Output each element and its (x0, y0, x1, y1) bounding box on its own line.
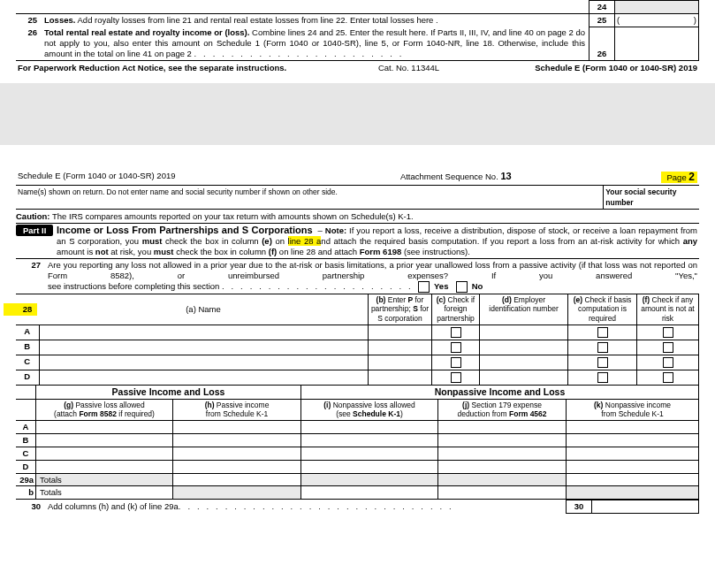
line-29b-num: b (16, 486, 36, 500)
page-2: Schedule E (Form 1040 or 1040-SR) 2019 A… (0, 145, 715, 523)
col-g-header: (g) Passive loss allowed(attach Form 858… (36, 399, 173, 420)
ssn-field-label: Your social security number (604, 185, 699, 209)
col-b-header: (b) Enter P for partnership; S for S cor… (369, 294, 432, 325)
checkbox-28B-f[interactable] (663, 342, 673, 353)
checkbox-27-no[interactable] (456, 281, 468, 293)
cell-28A-a[interactable] (39, 325, 369, 340)
row-28-D: D (16, 370, 699, 385)
col-k-header: (k) Nonpassive incomefrom Schedule K-1 (567, 399, 699, 420)
checkbox-28C-f[interactable] (663, 357, 673, 368)
caution-line: Caution: The IRS compares amounts report… (16, 210, 699, 223)
col-f-header: (f) Check if any amount is not at risk (637, 294, 699, 325)
row-29b: b Totals (16, 486, 699, 500)
box-25-num: 25 (589, 13, 615, 27)
line-30-text: Add columns (h) and (k) of line 29a. . .… (46, 500, 567, 514)
col-d-header: (d) Employer identification number (480, 294, 568, 325)
checkbox-28A-c[interactable] (451, 327, 461, 338)
line-27-text: Are you reporting any loss not allowed i… (46, 259, 699, 294)
row-28-C: C (16, 355, 699, 370)
line-28-num: 28 (16, 294, 39, 325)
cell-28A-b[interactable] (369, 325, 432, 340)
line-26-num: 26 (16, 27, 42, 60)
footer-catno: Cat. No. 11344L (323, 61, 494, 74)
page-gap (0, 83, 715, 145)
checkbox-28B-c[interactable] (451, 342, 461, 353)
table-28: 28 (a) Name (b) Enter P for partnership;… (16, 294, 699, 386)
line-25-num: 25 (16, 13, 42, 27)
page2-header: Schedule E (Form 1040 or 1040-SR) 2019 A… (16, 170, 699, 210)
line-27: 27 Are you reporting any loss not allowe… (16, 259, 699, 294)
line-26-text: Total rental real estate and royalty inc… (42, 27, 589, 60)
cell-28A-c (432, 325, 480, 340)
checkbox-28B-e[interactable] (597, 342, 608, 353)
row-ghijk-A: A (16, 421, 699, 434)
checkbox-28A-e[interactable] (597, 327, 608, 338)
box-24-num: 24 (589, 1, 615, 14)
col-j-header: (j) Section 179 expensededuction from Fo… (438, 399, 567, 420)
col-a-header: (a) Name (39, 294, 369, 325)
header-attachment: Attachment Sequence No. 13 (399, 170, 604, 186)
lines-24-26-table: 24 25 Losses. Add royalty losses from li… (16, 0, 699, 61)
part-2-box: Part II (16, 225, 53, 237)
page-1-bottom: 24 25 Losses. Add royalty losses from li… (0, 0, 715, 83)
header-form-name: Schedule E (Form 1040 or 1040-SR) 2019 (16, 170, 399, 186)
col-c-header: (c) Check if foreign partnership (432, 294, 480, 325)
row-ghijk-B: B (16, 433, 699, 447)
part2-title-note: Income or Loss From Partnerships and S C… (55, 223, 699, 259)
checkbox-28A-f[interactable] (663, 327, 673, 338)
cell-28A-d[interactable] (480, 325, 568, 340)
passive-header: Passive Income and Loss (36, 386, 301, 400)
checkbox-27-yes[interactable] (418, 281, 430, 293)
checkbox-28C-e[interactable] (597, 357, 608, 368)
header-page: Page 2 (604, 170, 699, 186)
col-h-header: (h) Passive incomefrom Schedule K-1 (173, 399, 301, 420)
checkbox-28C-c[interactable] (451, 357, 461, 368)
cell-28A-f (637, 325, 699, 340)
cell-28A-e (568, 325, 637, 340)
checkbox-28D-f[interactable] (663, 372, 673, 383)
line-29a-num: 29a (16, 473, 36, 486)
line-30: 30 Add columns (h) and (k) of line 29a. … (16, 500, 699, 514)
box-26-value[interactable] (615, 27, 699, 60)
names-field-label: Name(s) shown on return. Do not enter na… (16, 185, 604, 209)
row-ghijk-C: C (16, 447, 699, 460)
box-25-value[interactable]: ( ) (615, 13, 699, 27)
row-ghijk-D: D (16, 460, 699, 473)
col-e-header: (e) Check if basis computation is requir… (568, 294, 637, 325)
page1-footer: For Paperwork Reduction Act Notice, see … (16, 61, 699, 74)
box-30-num: 30 (567, 500, 592, 514)
checkbox-28D-e[interactable] (597, 372, 608, 383)
box-26-num: 26 (589, 27, 615, 60)
checkbox-28D-c[interactable] (451, 372, 461, 383)
nonpassive-header: Nonpassive Income and Loss (301, 386, 699, 400)
row-28-B: B (16, 340, 699, 355)
line-27-num: 27 (16, 259, 46, 294)
line-30-num: 30 (16, 500, 46, 514)
part2-header: Part II Income or Loss From Partnerships… (16, 223, 699, 260)
box-30-value[interactable] (592, 500, 699, 514)
col-i-header: (i) Nonpassive loss allowed(see Schedule… (301, 399, 438, 420)
row-29a: 29a Totals (16, 473, 699, 486)
footer-form: Schedule E (Form 1040 or 1040-SR) 2019 (494, 61, 699, 74)
row-28-A: A (16, 325, 699, 340)
line-25-text: Losses. Add royalty losses from line 21 … (42, 13, 589, 27)
table-28-ghijk: Passive Income and Loss Nonpassive Incom… (16, 386, 699, 500)
footer-notice: For Paperwork Reduction Act Notice, see … (16, 61, 323, 74)
